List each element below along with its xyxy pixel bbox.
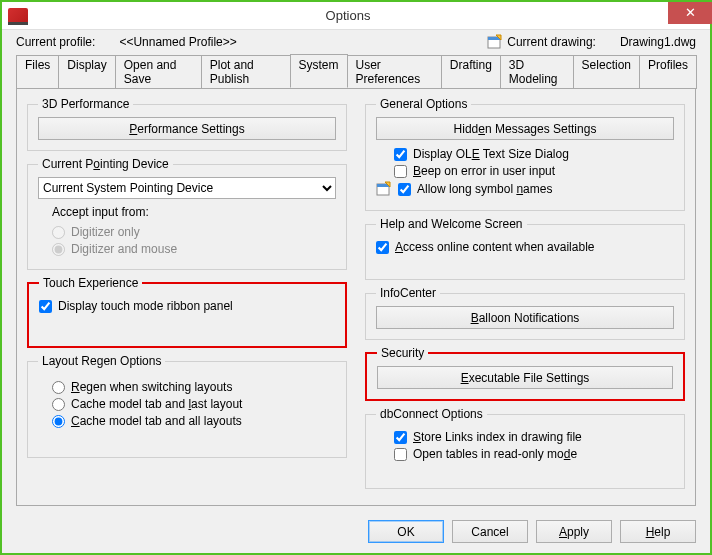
check-store-links[interactable]: Store Links index in drawing file xyxy=(394,430,674,444)
options-dialog: Options ✕ Current profile: <<Unnamed Pro… xyxy=(0,0,712,555)
profile-value: <<Unnamed Profile>> xyxy=(119,35,299,49)
group-dbconnect-legend: dbConnect Options xyxy=(376,407,487,421)
radio-digitizer-mouse: Digitizer and mouse xyxy=(52,242,336,256)
hidden-messages-button[interactable]: Hidden Messages Settings xyxy=(376,117,674,140)
check-access-online-input[interactable] xyxy=(376,241,389,254)
help-button[interactable]: Help xyxy=(620,520,696,543)
group-help-legend: Help and Welcome Screen xyxy=(376,217,527,231)
tab-open-and-save[interactable]: Open and Save xyxy=(115,55,202,89)
group-security-legend: Security xyxy=(377,346,428,360)
tab-files[interactable]: Files xyxy=(16,55,59,89)
titlebar: Options ✕ xyxy=(2,2,710,30)
check-long-names-input[interactable] xyxy=(398,183,411,196)
tab-selection[interactable]: Selection xyxy=(573,55,640,89)
tab-system[interactable]: System xyxy=(290,54,348,88)
radio-cache-all[interactable]: Cache model tab and all layouts xyxy=(52,414,336,428)
tab-drafting[interactable]: Drafting xyxy=(441,55,501,89)
radio-cache-last[interactable]: Cache model tab and last layout xyxy=(52,397,336,411)
group-layout-regen: Layout Regen Options Regen when switchin… xyxy=(27,354,347,458)
group-security: Security Executable File Settings xyxy=(365,346,685,401)
radio-digitizer-only: Digitizer only xyxy=(52,225,336,239)
accept-input-label: Accept input from: xyxy=(52,205,336,219)
left-column: 3D Performance Performance Settings Curr… xyxy=(27,97,347,497)
check-touch-ribbon-input[interactable] xyxy=(39,300,52,313)
group-dbconnect: dbConnect Options Store Links index in d… xyxy=(365,407,685,489)
tab-display[interactable]: Display xyxy=(58,55,115,89)
dialog-footer: OK Cancel Apply Help xyxy=(2,514,710,553)
performance-settings-button[interactable]: Performance Settings xyxy=(38,117,336,140)
tab-plot-and-publish[interactable]: Plot and Publish xyxy=(201,55,291,89)
check-access-online[interactable]: Access online content when available xyxy=(376,240,674,254)
group-help-welcome: Help and Welcome Screen Access online co… xyxy=(365,217,685,280)
check-store-links-input[interactable] xyxy=(394,431,407,444)
group-3d-performance-legend: 3D Performance xyxy=(38,97,133,111)
check-beep[interactable]: Beep on error in user input xyxy=(394,164,674,178)
tab-panel-system: 3D Performance Performance Settings Curr… xyxy=(16,88,696,506)
tab-profiles[interactable]: Profiles xyxy=(639,55,697,89)
group-general-options: General Options Hidden Messages Settings… xyxy=(365,97,685,211)
apply-button[interactable]: Apply xyxy=(536,520,612,543)
check-touch-ribbon[interactable]: Display touch mode ribbon panel xyxy=(39,299,335,313)
check-beep-input[interactable] xyxy=(394,165,407,178)
group-infocenter: InfoCenter Balloon Notifications xyxy=(365,286,685,340)
profile-label: Current profile: xyxy=(16,35,95,49)
drawing-value: Drawing1.dwg xyxy=(620,35,696,49)
drawing-icon-small xyxy=(376,181,392,197)
tab-strip: Files Display Open and Save Plot and Pub… xyxy=(16,54,696,88)
radio-digitizer-only-input xyxy=(52,226,65,239)
radio-digitizer-mouse-input xyxy=(52,243,65,256)
group-general-legend: General Options xyxy=(376,97,471,111)
check-readonly-tables[interactable]: Open tables in read-only mode xyxy=(394,447,674,461)
executable-file-settings-button[interactable]: Executable File Settings xyxy=(377,366,673,389)
group-3d-performance: 3D Performance Performance Settings xyxy=(27,97,347,151)
radio-regen-switching[interactable]: Regen when switching layouts xyxy=(52,380,336,394)
check-readonly-tables-input[interactable] xyxy=(394,448,407,461)
window-title: Options xyxy=(28,8,668,23)
close-button[interactable]: ✕ xyxy=(668,2,712,24)
group-cpd-legend: Current Pointing Device xyxy=(38,157,173,171)
drawing-label: Current drawing: xyxy=(507,35,596,49)
group-touch-experience: Touch Experience Display touch mode ribb… xyxy=(27,276,347,348)
radio-cache-all-input[interactable] xyxy=(52,415,65,428)
group-infocenter-legend: InfoCenter xyxy=(376,286,440,300)
check-ole-input[interactable] xyxy=(394,148,407,161)
check-ole[interactable]: Display OLE Text Size Dialog xyxy=(394,147,674,161)
group-current-pointing-device: Current Pointing Device Current System P… xyxy=(27,157,347,270)
header-row: Current profile: <<Unnamed Profile>> Cur… xyxy=(2,30,710,52)
radio-regen-input[interactable] xyxy=(52,381,65,394)
tab-3d-modeling[interactable]: 3D Modeling xyxy=(500,55,574,89)
group-layout-legend: Layout Regen Options xyxy=(38,354,165,368)
drawing-icon xyxy=(487,34,503,50)
pointing-device-combo[interactable]: Current System Pointing Device xyxy=(38,177,336,199)
ok-button[interactable]: OK xyxy=(368,520,444,543)
radio-cache-last-input[interactable] xyxy=(52,398,65,411)
right-column: General Options Hidden Messages Settings… xyxy=(365,97,685,497)
group-touch-legend: Touch Experience xyxy=(39,276,142,290)
check-long-names[interactable]: Allow long symbol names xyxy=(376,181,674,197)
balloon-notifications-button[interactable]: Balloon Notifications xyxy=(376,306,674,329)
cancel-button[interactable]: Cancel xyxy=(452,520,528,543)
tab-user-preferences[interactable]: User Preferences xyxy=(347,55,442,89)
autocad-icon xyxy=(8,8,28,24)
